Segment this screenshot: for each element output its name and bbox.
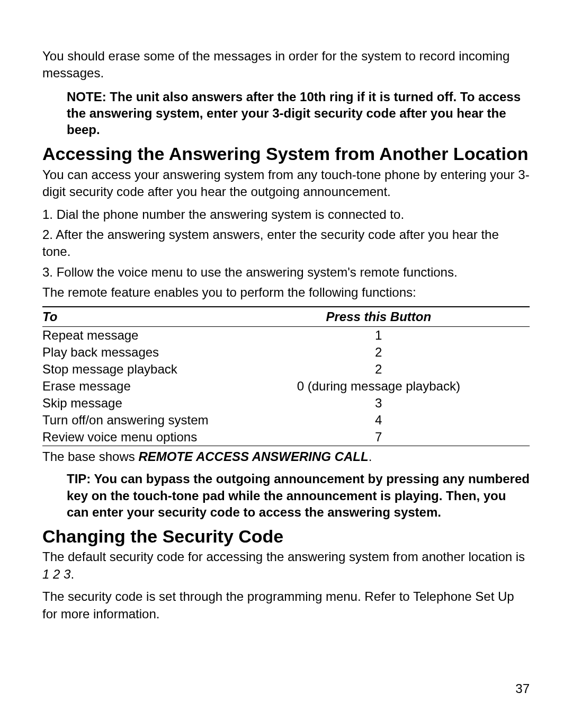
table-cell-action: Repeat message xyxy=(42,327,228,344)
table-cell-action: Skip message xyxy=(42,395,228,412)
base-shows-prefix: The base shows xyxy=(42,449,138,464)
table-row: Stop message playback 2 xyxy=(42,361,530,378)
section-heading-security-code: Changing the Security Code xyxy=(42,527,530,546)
remote-access-paragraph: You can access your answering system fro… xyxy=(42,166,530,201)
intro-paragraph: You should erase some of the messages in… xyxy=(42,48,530,82)
table-cell-action: Turn off/on answering system xyxy=(42,412,228,429)
table-cell-button: 2 xyxy=(228,361,530,378)
table-row: Skip message 3 xyxy=(42,395,530,412)
table-row: Erase message 0 (during message playback… xyxy=(42,378,530,395)
base-shows-suffix: . xyxy=(369,449,372,464)
remote-functions-intro: The remote feature enables you to perfor… xyxy=(42,284,530,301)
note-block: NOTE: The unit also answers after the 10… xyxy=(67,88,530,138)
base-shows-status: REMOTE ACCESS ANSWERING CALL xyxy=(138,449,368,464)
step-1: 1. Dial the phone number the answering s… xyxy=(42,206,530,223)
base-shows-line: The base shows REMOTE ACCESS ANSWERING C… xyxy=(42,449,530,464)
table-header-button: Press this Button xyxy=(228,307,530,327)
table-cell-action: Stop message playback xyxy=(42,361,228,378)
table-row: Repeat message 1 xyxy=(42,327,530,344)
tip-block: TIP: You can bypass the outgoing announc… xyxy=(67,470,530,520)
table-row: Play back messages 2 xyxy=(42,344,530,361)
table-cell-button: 1 xyxy=(228,327,530,344)
table-cell-button: 3 xyxy=(228,395,530,412)
step-2: 2. After the answering system answers, e… xyxy=(42,226,530,261)
manual-page: You should erase some of the messages in… xyxy=(0,0,572,660)
security-code-setup: The security code is set through the pro… xyxy=(42,588,530,623)
remote-functions-table: To Press this Button Repeat message 1 Pl… xyxy=(42,306,530,446)
table-cell-button: 2 xyxy=(228,344,530,361)
security-code-value: 1 2 3 xyxy=(42,567,70,581)
step-3: 3. Follow the voice menu to use the answ… xyxy=(42,264,530,281)
table-row: Review voice menu options 7 xyxy=(42,429,530,446)
security-code-default: The default security code for accessing … xyxy=(42,548,530,583)
table-cell-action: Play back messages xyxy=(42,344,228,361)
table-row: Turn off/on answering system 4 xyxy=(42,412,530,429)
page-number: 37 xyxy=(515,681,530,696)
security-code-prefix: The default security code for accessing … xyxy=(42,549,525,564)
table-cell-action: Review voice menu options xyxy=(42,429,228,446)
security-code-suffix: . xyxy=(70,567,74,581)
table-cell-button: 4 xyxy=(228,412,530,429)
table-cell-action: Erase message xyxy=(42,378,228,395)
table-cell-button: 7 xyxy=(228,429,530,446)
section-heading-remote-access: Accessing the Answering System from Anot… xyxy=(42,144,530,164)
table-cell-button: 0 (during message playback) xyxy=(228,378,530,395)
table-header-to: To xyxy=(42,307,228,327)
